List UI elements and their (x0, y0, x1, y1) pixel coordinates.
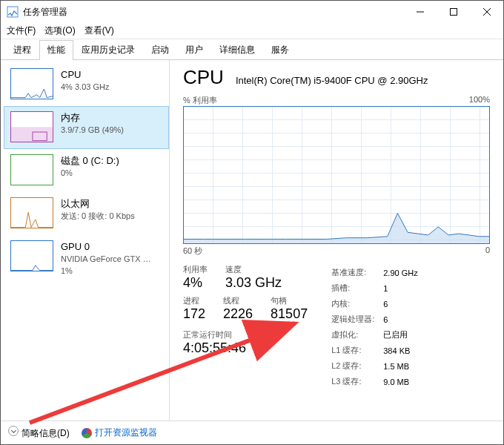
eth-thumb (10, 197, 53, 228)
spec-key: L3 缓存: (331, 375, 382, 389)
spec-val: 9.0 MB (383, 375, 425, 389)
task-manager-window: 任务管理器 文件(F) 选项(O) 查看(V) 进程 性能 应用历史记录 启动 … (0, 0, 504, 445)
maximize-button[interactable] (437, 1, 470, 23)
thread-value: 2226 (223, 306, 253, 322)
proc-label: 进程 (183, 295, 205, 306)
tabstrip: 进程 性能 应用历史记录 启动 用户 详细信息 服务 (1, 39, 503, 60)
sidebar-item-gpu[interactable]: GPU 0NVIDIA GeForce GTX … 1% (4, 235, 169, 282)
spec-key: 虚拟化: (331, 328, 382, 342)
uptime-label: 正常运行时间 (183, 329, 308, 340)
footer: 简略信息(D) 打开资源监视器 (1, 421, 503, 444)
spec-key: L2 缓存: (331, 359, 382, 373)
tab-details[interactable]: 详细信息 (211, 40, 263, 60)
gpu-thumb (10, 240, 53, 271)
titlebar: 任务管理器 (1, 1, 503, 23)
spec-key: 内核: (331, 297, 382, 311)
cpu-graph-line (184, 107, 489, 243)
app-icon (7, 6, 19, 18)
spec-key: 基准速度: (331, 266, 382, 280)
resmon-icon (82, 428, 92, 438)
spec-key: 逻辑处理器: (331, 312, 382, 326)
y-axis-label: % 利用率 (183, 95, 217, 106)
spec-val: 384 KB (383, 343, 425, 357)
sidebar-cpu-name: CPU (61, 68, 109, 82)
tab-services[interactable]: 服务 (263, 40, 297, 60)
minimize-button[interactable] (403, 1, 437, 23)
spec-val: 6 (383, 312, 425, 326)
brief-info-button[interactable]: 简略信息(D) (8, 426, 70, 440)
sidebar-disk-name: 磁盘 0 (C: D:) (61, 154, 119, 168)
cpu-model: Intel(R) Core(TM) i5-9400F CPU @ 2.90GHz (236, 75, 428, 86)
sidebar-item-cpu[interactable]: CPU4% 3.03 GHz (4, 63, 169, 106)
handle-label: 句柄 (271, 295, 308, 306)
y-axis-max: 100% (469, 95, 490, 106)
tab-app-history[interactable]: 应用历史记录 (73, 40, 143, 60)
speed-value: 3.03 GHz (225, 275, 282, 291)
tab-performance[interactable]: 性能 (39, 40, 73, 60)
spec-val: 已启用 (383, 328, 425, 342)
tab-users[interactable]: 用户 (177, 40, 211, 60)
chevron-down-icon (8, 426, 19, 436)
mem-thumb (10, 111, 53, 142)
spec-key: 插槽: (331, 281, 382, 295)
window-controls (403, 1, 503, 23)
handle-value: 81507 (271, 306, 308, 322)
sidebar-item-ethernet[interactable]: 以太网发送: 0 接收: 0 Kbps (4, 192, 169, 235)
sidebar-item-disk[interactable]: 磁盘 0 (C: D:)0% (4, 149, 169, 192)
spec-val: 1 (383, 281, 425, 295)
sidebar-gpu-val: NVIDIA GeForce GTX … 1% (61, 254, 151, 277)
menu-view[interactable]: 查看(V) (84, 24, 114, 37)
svg-rect-2 (450, 9, 457, 16)
window-title: 任务管理器 (23, 6, 403, 19)
sidebar-eth-name: 以太网 (61, 197, 135, 211)
tab-processes[interactable]: 进程 (5, 40, 39, 60)
cpu-thumb (10, 68, 53, 99)
proc-value: 172 (183, 306, 205, 322)
sidebar-disk-val: 0% (61, 168, 119, 179)
sidebar-gpu-name: GPU 0 (61, 240, 151, 254)
tab-startup[interactable]: 启动 (143, 40, 177, 60)
x-axis-right: 0 (485, 245, 490, 257)
menubar: 文件(F) 选项(O) 查看(V) (1, 23, 503, 39)
spec-key: L1 缓存: (331, 343, 382, 357)
content: CPU4% 3.03 GHz 内存3.9/7.9 GB (49%) 磁盘 0 (… (1, 60, 503, 421)
specs-table: 基准速度:2.90 GHz插槽:1内核:6逻辑处理器:6虚拟化:已启用L1 缓存… (330, 264, 427, 390)
sidebar-cpu-val: 4% 3.03 GHz (61, 82, 109, 93)
close-button[interactable] (470, 1, 503, 23)
thread-label: 线程 (223, 295, 253, 306)
menu-options[interactable]: 选项(O) (44, 24, 75, 37)
sidebar-mem-name: 内存 (61, 111, 124, 125)
speed-label: 速度 (225, 264, 282, 275)
svg-rect-5 (11, 127, 53, 142)
menu-file[interactable]: 文件(F) (7, 24, 36, 37)
sidebar-item-memory[interactable]: 内存3.9/7.9 GB (49%) (4, 106, 169, 149)
stats: 利用率4% 速度3.03 GHz 进程172 线程2226 句柄81507 正常… (183, 264, 490, 390)
spec-val: 6 (383, 297, 425, 311)
main-panel: CPU Intel(R) Core(TM) i5-9400F CPU @ 2.9… (170, 60, 503, 421)
open-resmon-link[interactable]: 打开资源监视器 (82, 426, 157, 439)
util-label: 利用率 (183, 264, 208, 275)
util-value: 4% (183, 275, 208, 291)
spec-val: 1.5 MB (383, 359, 425, 373)
x-axis-left: 60 秒 (183, 245, 202, 257)
uptime-value: 4:05:55:46 (183, 340, 308, 356)
sidebar-eth-val: 发送: 0 接收: 0 Kbps (61, 211, 135, 222)
disk-thumb (10, 154, 53, 185)
spec-val: 2.90 GHz (383, 266, 425, 280)
sidebar-mem-val: 3.9/7.9 GB (49%) (61, 125, 124, 136)
cpu-graph[interactable] (183, 106, 490, 244)
main-title: CPU (183, 66, 224, 89)
sidebar: CPU4% 3.03 GHz 内存3.9/7.9 GB (49%) 磁盘 0 (… (1, 60, 170, 421)
svg-rect-0 (7, 7, 18, 17)
